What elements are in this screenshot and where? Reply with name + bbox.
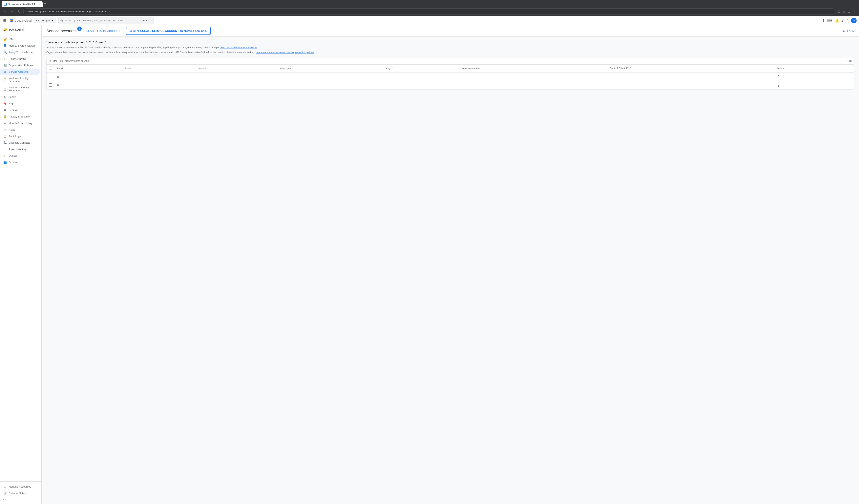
create-btn-wrapper: 3 + CREATE SERVICE ACCOUNT	[79, 28, 123, 34]
description1-link[interactable]: Learn more about service accounts	[220, 46, 257, 49]
sidebar-item-workforce-identity-federation[interactable]: 📋 Workforce Identity Federation	[0, 85, 40, 93]
row-checkbox-cell-1	[47, 81, 55, 90]
cast-icon[interactable]: ⊡	[837, 9, 841, 14]
row-key-id-1	[384, 81, 459, 90]
row-name-0	[196, 73, 278, 81]
search-button[interactable]: Search	[141, 18, 152, 23]
row-checkbox-0[interactable]	[49, 75, 52, 78]
row-actions-button-0[interactable]: ⋮	[777, 75, 780, 79]
sidebar-item-tags[interactable]: 🔖 Tags	[0, 100, 40, 107]
description-2: Organization policies can be used to sec…	[46, 50, 854, 54]
search-input[interactable]	[65, 19, 139, 22]
address-text: console.cloud.google.com/iam-admin/servi…	[26, 10, 112, 13]
table-toolbar: ⊟ Filter ? ⊞	[47, 58, 854, 65]
bookmark-icon[interactable]: ☆	[842, 9, 846, 14]
sidebar-item-policy-troubleshooter[interactable]: 🔍 Policy Troubleshooter	[0, 49, 40, 55]
sidebar-icon-14: 📋	[3, 135, 7, 138]
sidebar-icon-17: 📊	[3, 154, 7, 157]
sidebar-item-roles[interactable]: 📄 Roles	[0, 126, 40, 133]
sidebar-item-labels[interactable]: 🏷 Labels	[0, 94, 40, 100]
search-button-label: Search	[142, 19, 150, 22]
sidebar-bottom-item-1[interactable]: 📝 Release Notes	[0, 490, 40, 496]
settings-icon[interactable]: ⋮	[845, 18, 850, 24]
row-actions-button-1[interactable]: ⋮	[777, 83, 780, 87]
table-columns-button[interactable]: ⊞	[849, 59, 852, 63]
sidebar-item-service-accounts[interactable]: 🖥 Service Accounts	[0, 68, 40, 75]
sidebar-icon-10: ⚙	[3, 108, 7, 111]
sidebar-bottom: 🗂 Manage Resources 📝 Release Notes ‹	[0, 482, 41, 504]
sidebar-item-essential-contacts[interactable]: 📞 Essential Contacts	[0, 139, 40, 146]
sidebar-item-identity--organization[interactable]: 👤 Identity & Organization	[0, 42, 40, 49]
cloud-shell-icon[interactable]: ⌨	[827, 18, 833, 24]
sidebar-item-policy-analyzer[interactable]: 📊 Policy Analyzer	[0, 56, 40, 62]
sidebar-header: 🔐 IAM & Admin	[0, 25, 41, 34]
table-help-button[interactable]: ?	[846, 59, 847, 63]
sidebar-collapse-button[interactable]: ‹	[0, 497, 41, 502]
tooltip-text: Click '+ CREATE SERVICE ACCOUNT' to crea…	[130, 29, 207, 32]
sidebar-label-1: Identity & Organization	[9, 44, 35, 47]
page-title: Service accounts	[46, 29, 76, 33]
row-status-1	[122, 81, 196, 90]
learn-label: LEARN	[846, 30, 854, 32]
svg-point-2	[12, 20, 13, 21]
th-name[interactable]: Name ↑	[196, 65, 278, 73]
sidebar-item-organization-policies[interactable]: 🏢 Organization Policies	[0, 62, 40, 68]
learn-link[interactable]: ▶ LEARN	[843, 30, 854, 32]
tooltip-banner: Click '+ CREATE SERVICE ACCOUNT' to crea…	[126, 27, 211, 35]
step-badge: 3	[77, 27, 81, 31]
sidebar-icon-5: 🖥	[3, 70, 7, 73]
sidebar-item-workload-identity-federation[interactable]: 📋 Workload Identity Federation	[0, 75, 40, 84]
sidebar-item-asset-inventory[interactable]: 🗄 Asset Inventory	[0, 146, 40, 152]
row-status-0	[122, 73, 196, 81]
sidebar-icon-3: 📊	[3, 57, 7, 60]
sidebar-bottom-label-0: Manage Resources	[9, 485, 31, 488]
row-email-1: 🖥	[55, 81, 122, 90]
sidebar-bottom-item-0[interactable]: 🗂 Manage Resources	[0, 484, 40, 490]
notifications-icon[interactable]: 🔔	[834, 18, 840, 24]
sidebar-label-18: Groups	[9, 161, 17, 164]
reload-button[interactable]: ↻	[17, 9, 21, 14]
row-checkbox-cell-0	[47, 73, 55, 81]
sidebar-bottom-items-container: 🗂 Manage Resources 📝 Release Notes	[0, 484, 41, 496]
forward-button[interactable]: →	[10, 9, 15, 14]
sidebar-item-groups[interactable]: 👥 Groups	[0, 159, 40, 165]
sidebar-label-10: Settings	[9, 109, 18, 111]
sidebar-item-quotas[interactable]: 📊 Quotas	[0, 153, 40, 159]
description2-link[interactable]: Learn more about service account organiz…	[256, 51, 314, 54]
sidebar-bottom-label-1: Release Notes	[9, 492, 26, 495]
select-all-checkbox[interactable]	[49, 66, 52, 70]
sidebar-label-3: Policy Analyzer	[9, 57, 26, 60]
address-bar[interactable]: console.cloud.google.com/iam-admin/servi…	[23, 9, 835, 14]
sidebar-icon-13: 📄	[3, 128, 7, 131]
avatar[interactable]: U	[851, 18, 857, 24]
sidebar-icon-2: 🔍	[3, 50, 7, 54]
sidebar-item-iam[interactable]: 🔐 IAM	[0, 36, 40, 42]
sidebar-item-privacy--security[interactable]: 🔒 Privacy & Security	[0, 113, 40, 120]
help-icon[interactable]: ?	[841, 18, 844, 24]
hamburger-button[interactable]: ☰	[2, 18, 7, 24]
profile-icon[interactable]: ⊙	[847, 9, 851, 14]
sidebar-label-2: Policy Troubleshooter	[9, 51, 33, 54]
sidebar-label-13: Roles	[9, 128, 15, 131]
new-tab-button[interactable]: +	[43, 1, 47, 6]
google-cloud-logo[interactable]: Google Cloud	[10, 19, 32, 22]
sidebar-icon-0: 🔐	[3, 37, 7, 41]
sidebar-label-8: Labels	[9, 95, 16, 98]
main-area: 🔐 IAM & Admin 🔐 IAM 👤 Identity & Organiz…	[0, 25, 859, 504]
filter-input[interactable]	[59, 60, 844, 62]
active-tab[interactable]: Service accounts – IAM & A... ×	[2, 1, 43, 7]
filter-button[interactable]: ⊟ Filter	[49, 60, 57, 62]
top-nav: ☰ Google Cloud C4C Project ▼ 🔍 Se	[0, 16, 859, 25]
row-checkbox-1[interactable]	[49, 83, 52, 87]
sidebar-label-17: Quotas	[9, 154, 17, 157]
sidebar-item-identity-aware-proxy[interactable]: 🛡 Identity-Aware Proxy	[0, 120, 40, 126]
back-button[interactable]: ←	[2, 9, 8, 14]
upload-icon[interactable]: ⬆	[821, 18, 826, 24]
gc-logo-icon	[10, 19, 14, 22]
extensions-icon[interactable]: ⋮	[852, 9, 857, 14]
create-service-account-button[interactable]: + CREATE SERVICE ACCOUNT	[79, 28, 123, 34]
sidebar-item-settings[interactable]: ⚙ Settings	[0, 107, 40, 113]
tab-close-button[interactable]: ×	[39, 3, 40, 6]
project-selector[interactable]: C4C Project ▼	[34, 18, 56, 23]
sidebar-item-audit-logs[interactable]: 📋 Audit Logs	[0, 133, 40, 139]
